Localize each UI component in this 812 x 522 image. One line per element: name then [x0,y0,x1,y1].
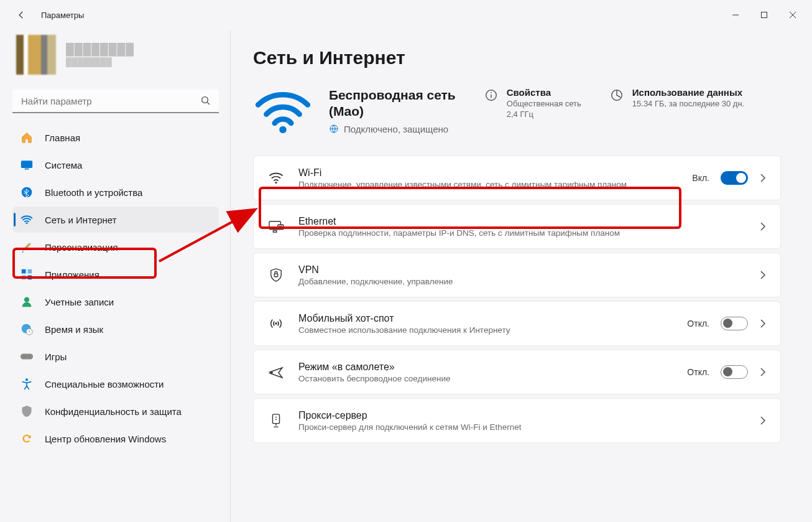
connection-status: Подключено, защищено [329,124,456,134]
connection-title-line2: (Mao) [329,104,364,118]
data-usage-link[interactable]: Использование данных 15.34 ГБ, за послед… [609,87,744,108]
sidebar-item-gaming[interactable]: Игры [12,343,219,370]
sidebar: ████████ ████████ Главная Система [0,30,231,522]
wifi-icon [20,213,34,226]
sidebar-item-update[interactable]: Центр обновления Windows [12,426,219,452]
svg-rect-29 [274,274,278,277]
sidebar-item-network[interactable]: Сеть и Интернет [12,207,219,233]
toggle-label: Откл. [687,319,709,329]
proxy-icon [267,413,285,428]
airplane-toggle[interactable] [721,365,748,379]
globe-icon [329,124,339,134]
setting-ethernet[interactable]: Ethernet Проверка подлинности, параметры… [253,204,781,249]
sidebar-item-label: Bluetooth и устройства [45,187,211,198]
sidebar-item-label: Учетные записи [45,297,211,307]
bluetooth-icon [20,185,34,199]
properties-link[interactable]: Свойства Общественная сеть 2,4 ГГц [483,87,581,119]
sidebar-item-privacy[interactable]: Конфиденциальность и защита [12,398,219,424]
main-content: Сеть и Интернет Беспроводная сеть (Mao) … [231,30,812,522]
maximize-button[interactable] [750,5,778,25]
globe-clock-icon [20,322,34,336]
svg-rect-9 [28,269,32,274]
sidebar-item-label: Персонализация [45,242,211,253]
title-bar: Параметры [0,0,812,30]
svg-rect-5 [25,169,29,170]
wifi-toggle[interactable] [721,171,748,185]
sidebar-item-label: Главная [45,133,211,143]
svg-rect-31 [272,414,279,424]
user-name: ████████ [66,43,134,56]
minimize-icon [732,11,739,19]
user-email: ████████ [66,57,134,67]
sidebar-item-time[interactable]: Время и язык [12,316,219,342]
accessibility-icon [20,377,34,391]
svg-rect-27 [273,230,277,232]
svg-point-12 [24,297,29,302]
setting-wifi[interactable]: Wi-Fi Подключение, управление известными… [253,156,781,200]
sidebar-item-system[interactable]: Система [12,152,219,178]
svg-point-25 [275,182,277,184]
setting-hotspot[interactable]: Мобильный хот-спот Совместное использова… [253,301,781,346]
minimize-button[interactable] [721,5,750,25]
setting-title: VPN [298,264,745,276]
wifi-large-icon [253,87,313,134]
sidebar-item-home[interactable]: Главная [12,124,219,151]
sidebar-item-accessibility[interactable]: Специальные возможности [12,371,219,397]
toggle-label: Вкл. [692,173,709,183]
svg-point-7 [26,222,28,224]
svg-rect-11 [28,276,32,280]
info-icon [483,87,499,103]
properties-line1: Общественная сеть [507,99,581,108]
svg-rect-4 [21,161,32,168]
sidebar-item-personalization[interactable]: Персонализация [12,234,219,260]
window-title: Параметры [41,11,84,20]
chevron-right-icon [759,367,767,377]
properties-title: Свойства [507,87,581,98]
chevron-right-icon [759,416,767,426]
chevron-right-icon [759,221,767,231]
close-icon [789,11,796,19]
sidebar-item-apps[interactable]: Приложения [12,261,219,287]
chevron-right-icon [759,173,767,183]
setting-airplane[interactable]: Режим «в самолете» Остановить беспроводн… [253,350,781,394]
nav: Главная Система Bluetooth и устройства С… [12,124,219,452]
gamepad-icon [20,350,34,363]
chevron-right-icon [759,319,767,329]
setting-sub: Остановить беспроводное соединение [298,374,673,383]
svg-point-32 [275,417,277,418]
svg-point-17 [29,356,30,357]
properties-line2: 2,4 ГГц [507,110,581,119]
setting-sub: Подключение, управление известными сетям… [298,180,678,189]
setting-sub: Проверка подлинности, параметры IP-и DNS… [298,228,745,238]
svg-point-19 [279,126,286,133]
search-icon [200,95,211,109]
setting-vpn[interactable]: VPN Добавление, подключение, управление [253,253,781,297]
brush-icon [20,240,34,254]
user-block[interactable]: ████████ ████████ [12,35,219,75]
arrow-left-icon [16,9,27,21]
shield-icon [20,404,34,418]
ethernet-icon [267,220,285,233]
maximize-icon [760,11,768,19]
sidebar-item-label: Время и язык [45,324,211,335]
svg-rect-15 [21,353,33,359]
sidebar-item-accounts[interactable]: Учетные записи [12,289,219,315]
svg-point-23 [491,92,492,93]
back-button[interactable] [12,6,30,24]
pie-icon [609,87,625,103]
update-icon [20,432,34,445]
setting-sub: Добавление, подключение, управление [298,277,745,286]
home-icon [20,131,34,144]
hotspot-toggle[interactable] [721,317,748,330]
sidebar-item-label: Приложения [45,269,211,280]
setting-sub: Совместное использование подключения к И… [298,325,673,335]
sidebar-item-bluetooth[interactable]: Bluetooth и устройства [12,179,219,205]
svg-point-33 [275,419,277,420]
hotspot-icon [267,317,285,330]
svg-point-18 [25,378,28,381]
svg-rect-10 [22,276,26,280]
close-button[interactable] [778,5,807,25]
setting-proxy[interactable]: Прокси-сервер Прокси-сервер для подключе… [253,398,781,443]
setting-sub: Прокси-сервер для подключений к сетям Wi… [298,422,745,432]
search-input[interactable] [12,90,219,113]
